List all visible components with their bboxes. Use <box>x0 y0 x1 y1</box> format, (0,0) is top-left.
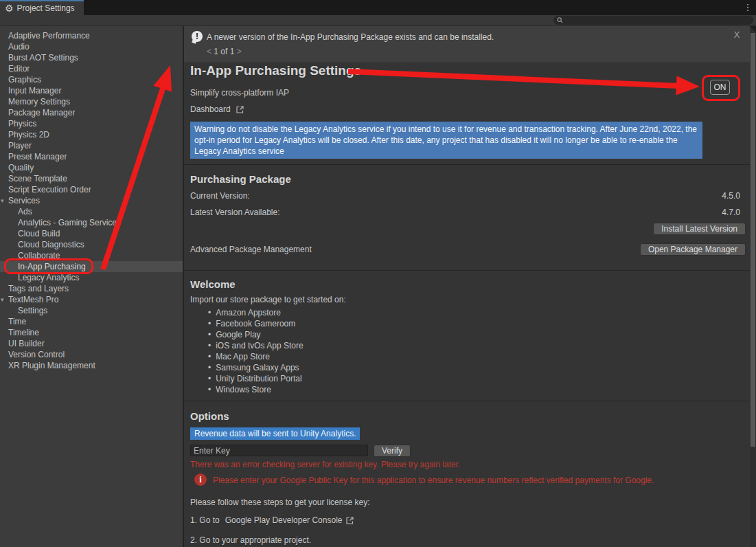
sidebar-item[interactable]: Legacy Analytics <box>0 272 183 283</box>
page-title: In-App Purchasing Settings <box>190 63 361 78</box>
options-heading: Options <box>190 410 229 422</box>
store-list-item: iOS and tvOs App Store <box>208 340 303 351</box>
page-subtitle: Simplify cross-platform IAP <box>190 88 289 98</box>
section-divider <box>184 164 750 165</box>
sidebar-item[interactable]: Settings <box>0 305 183 316</box>
current-version-value: 4.5.0 <box>722 191 740 201</box>
settings-category-list: Adaptive PerformanceAudioBurst AOT Setti… <box>0 26 183 547</box>
sidebar-item[interactable]: In-App Purchasing <box>0 261 183 272</box>
sidebar-item[interactable]: UI Builder <box>0 338 183 349</box>
search-box[interactable] <box>553 16 753 25</box>
step-2: 2. Go to your appropriate project. <box>190 535 311 545</box>
sidebar-item[interactable]: Graphics <box>0 74 183 85</box>
store-list-item: Samsung Galaxy Apps <box>208 362 303 373</box>
store-list-item: Unity Distribution Portal <box>208 373 303 384</box>
vertical-scrollbar[interactable] <box>750 26 756 547</box>
sidebar-item[interactable]: Memory Settings <box>0 96 183 107</box>
scrollbar-thumb[interactable] <box>751 33 755 447</box>
sidebar-item[interactable]: Scene Template <box>0 173 183 184</box>
sidebar-item[interactable]: Preset Manager <box>0 151 183 162</box>
search-icon <box>557 17 563 23</box>
license-key-input[interactable] <box>190 445 368 456</box>
gear-icon: ⚙ <box>5 3 14 13</box>
sidebar-item[interactable]: Tags and Layers <box>0 283 183 294</box>
step-1: 1. Go to Google Play Developer Console <box>190 515 354 525</box>
alert-bubble-icon: ! <box>192 31 203 42</box>
sidebar-item[interactable]: Time <box>0 316 183 327</box>
sidebar-item[interactable]: Physics 2D <box>0 129 183 140</box>
info-icon: i <box>194 473 207 486</box>
sidebar-item[interactable]: Input Manager <box>0 85 183 96</box>
external-link-icon <box>345 516 354 525</box>
sidebar-item[interactable]: Ads <box>0 206 183 217</box>
sidebar-item[interactable]: Collaborate <box>0 250 183 261</box>
notification-pager: < 1 of 1 > <box>207 47 242 56</box>
tab-project-settings[interactable]: ⚙ Project Settings <box>0 0 84 15</box>
window-title: Project Settings <box>17 3 75 13</box>
sidebar-item[interactable]: Cloud Build <box>0 228 183 239</box>
pager-count: 1 of 1 <box>214 47 234 56</box>
latest-version-value: 4.7.0 <box>722 208 740 217</box>
toolbar <box>0 15 756 26</box>
pager-prev-icon[interactable]: < <box>207 47 211 56</box>
sidebar-item[interactable]: Audio <box>0 41 183 52</box>
sidebar-item[interactable]: Physics <box>0 118 183 129</box>
legacy-analytics-warning: Warning do not disable the Legacy Analyt… <box>190 122 702 159</box>
notification-message: A newer version of the In-App Purchasing… <box>207 32 494 42</box>
section-divider <box>184 270 750 271</box>
sidebar-item[interactable]: Version Control <box>0 349 183 360</box>
server-error-message: There was an error checking server for e… <box>190 460 460 469</box>
sidebar-item[interactable]: Quality <box>0 162 183 173</box>
install-latest-version-button[interactable]: Install Latest Version <box>653 223 746 235</box>
sidebar-item[interactable]: XR Plugin Management <box>0 360 183 371</box>
sidebar-item[interactable]: Package Manager <box>0 107 183 118</box>
steps-intro: Please follow these steps to get your li… <box>190 498 369 507</box>
sidebar-item[interactable]: Player <box>0 140 183 151</box>
tab-bar: ⚙ Project Settings ⋮ <box>0 0 756 15</box>
current-version-label: Current Version: <box>190 191 250 201</box>
sidebar-item[interactable]: Timeline <box>0 327 183 338</box>
dashboard-link[interactable]: Dashboard <box>190 104 244 114</box>
welcome-intro: Import our store package to get started … <box>190 295 346 304</box>
store-list-item: Amazon Appstore <box>208 307 303 318</box>
store-list-item: Windows Store <box>208 384 303 395</box>
sidebar-item[interactable]: Burst AOT Settings <box>0 52 183 63</box>
sidebar-item[interactable]: Editor <box>0 63 183 74</box>
sidebar-item[interactable]: ▾Services <box>0 195 183 206</box>
latest-version-label: Latest Version Available: <box>190 208 280 217</box>
store-list-item: Mac App Store <box>208 351 303 362</box>
purchasing-package-heading: Purchasing Package <box>190 173 291 185</box>
store-list-item: Google Play <box>208 329 303 340</box>
kebab-menu-icon[interactable]: ⋮ <box>742 1 753 14</box>
project-settings-window: ⚙ Project Settings ⋮ Adaptive Performanc… <box>0 0 756 547</box>
sidebar-item[interactable]: Adaptive Performance <box>0 30 183 41</box>
google-play-console-link[interactable]: Google Play Developer Console <box>225 515 343 525</box>
close-icon[interactable]: X <box>731 30 742 41</box>
sidebar-item[interactable]: ▾TextMesh Pro <box>0 294 183 305</box>
revenue-note: Revenue data will be sent to Unity Analy… <box>190 427 360 440</box>
external-link-icon <box>236 105 244 114</box>
expander-icon[interactable]: ▾ <box>1 294 4 305</box>
welcome-heading: Welcome <box>190 278 236 290</box>
verify-button[interactable]: Verify <box>374 445 411 457</box>
dashboard-label: Dashboard <box>190 104 231 114</box>
step-1-text: 1. Go to <box>190 515 220 525</box>
expander-icon[interactable]: ▾ <box>1 195 4 206</box>
sidebar-item[interactable]: Analytics - Gaming Services <box>0 217 183 228</box>
open-package-manager-button[interactable]: Open Package Manager <box>640 243 746 256</box>
simplify-iap-on-toggle[interactable]: ON <box>710 80 730 95</box>
pager-next-icon[interactable]: > <box>237 47 242 56</box>
sidebar-item[interactable]: Cloud Diagnostics <box>0 239 183 250</box>
scrollbar-top-notch <box>750 26 756 32</box>
store-list-item: Facebook Gameroom <box>208 318 303 329</box>
main-panel: ! A newer version of the In-App Purchasi… <box>184 26 750 547</box>
search-input[interactable] <box>566 16 744 24</box>
section-divider <box>184 401 750 401</box>
sidebar-item[interactable]: Script Execution Order <box>0 184 183 195</box>
store-list: Amazon AppstoreFacebook GameroomGoogle P… <box>208 307 303 395</box>
advanced-package-management-label: Advanced Package Management <box>190 245 312 254</box>
update-notification: ! A newer version of the In-App Purchasi… <box>184 26 750 63</box>
google-public-key-note: Please enter your Google Public Key for … <box>213 476 735 485</box>
